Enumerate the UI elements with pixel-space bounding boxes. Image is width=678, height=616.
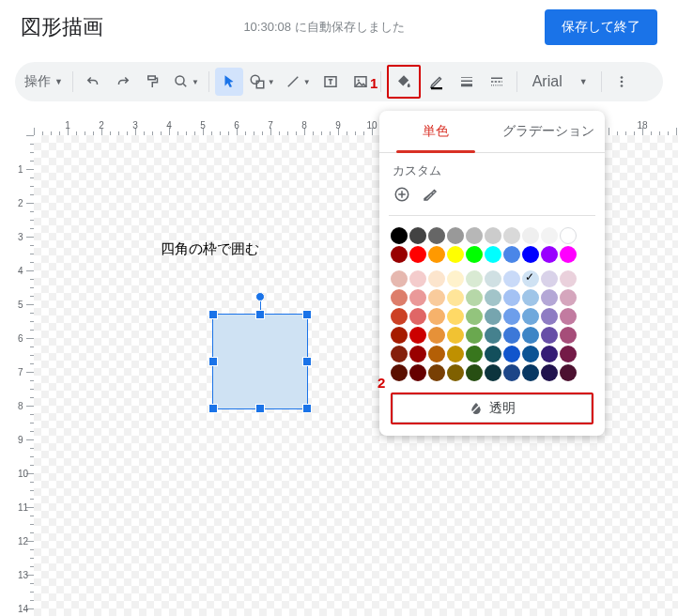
color-swatch[interactable] xyxy=(466,308,483,325)
color-swatch[interactable] xyxy=(503,308,520,325)
color-swatch[interactable] xyxy=(503,289,520,306)
color-swatch[interactable] xyxy=(522,227,539,244)
resize-handle[interactable] xyxy=(255,404,265,413)
color-swatch[interactable] xyxy=(447,246,464,263)
color-swatch[interactable] xyxy=(522,308,539,325)
color-swatch[interactable] xyxy=(466,246,483,263)
color-swatch[interactable] xyxy=(485,270,501,287)
shape-menu[interactable]: ▼ xyxy=(245,68,279,96)
border-dash-button[interactable] xyxy=(483,68,511,96)
color-swatch[interactable] xyxy=(447,227,464,244)
resize-handle[interactable] xyxy=(208,404,218,413)
color-swatch[interactable] xyxy=(560,289,577,306)
color-swatch[interactable] xyxy=(409,346,426,362)
save-and-close-button[interactable]: 保存して終了 xyxy=(545,9,657,45)
color-swatch[interactable] xyxy=(391,327,408,344)
color-swatch[interactable] xyxy=(447,308,464,325)
resize-handle[interactable] xyxy=(255,310,265,319)
zoom-menu[interactable]: ▼ xyxy=(169,68,203,96)
color-swatch[interactable] xyxy=(391,246,408,263)
resize-handle[interactable] xyxy=(208,357,218,366)
color-swatch[interactable] xyxy=(541,270,558,287)
color-swatch[interactable] xyxy=(428,289,445,306)
textbox-button[interactable] xyxy=(316,68,345,96)
color-swatch[interactable] xyxy=(522,346,539,362)
color-swatch[interactable] xyxy=(560,246,577,263)
color-swatch[interactable] xyxy=(560,308,577,325)
color-swatch[interactable] xyxy=(503,227,520,244)
color-swatch[interactable] xyxy=(428,227,445,244)
color-swatch[interactable] xyxy=(447,289,464,306)
color-swatch[interactable] xyxy=(447,270,464,287)
color-swatch[interactable] xyxy=(485,308,501,325)
color-swatch[interactable] xyxy=(409,246,426,263)
color-swatch[interactable] xyxy=(447,364,464,381)
color-swatch[interactable] xyxy=(428,364,445,381)
color-swatch[interactable] xyxy=(560,270,577,287)
color-swatch[interactable] xyxy=(522,327,539,344)
color-swatch[interactable] xyxy=(409,308,426,325)
more-button[interactable] xyxy=(608,68,636,96)
actions-menu[interactable]: 操作 ▼ xyxy=(21,68,67,96)
transparent-button[interactable]: 透明 xyxy=(393,394,592,423)
resize-handle[interactable] xyxy=(302,310,312,319)
color-swatch[interactable] xyxy=(466,346,483,362)
redo-button[interactable] xyxy=(109,68,137,96)
tab-solid[interactable]: 単色 xyxy=(379,111,492,152)
color-swatch[interactable] xyxy=(409,227,426,244)
color-swatch[interactable] xyxy=(522,246,539,263)
fill-color-button[interactable] xyxy=(390,68,418,96)
color-swatch[interactable] xyxy=(541,227,558,244)
undo-button[interactable] xyxy=(79,68,107,96)
color-swatch[interactable] xyxy=(560,364,577,381)
color-swatch[interactable] xyxy=(522,270,539,287)
color-swatch[interactable] xyxy=(409,364,426,381)
color-swatch[interactable] xyxy=(485,346,501,362)
resize-handle[interactable] xyxy=(302,357,312,366)
color-swatch[interactable] xyxy=(503,346,520,362)
color-swatch[interactable] xyxy=(409,327,426,344)
rotation-handle[interactable] xyxy=(255,292,265,301)
selected-shape[interactable] xyxy=(212,314,308,409)
select-tool[interactable] xyxy=(215,68,243,96)
color-swatch[interactable] xyxy=(447,327,464,344)
resize-handle[interactable] xyxy=(302,404,312,413)
color-swatch[interactable] xyxy=(522,289,539,306)
color-swatch[interactable] xyxy=(503,364,520,381)
color-swatch[interactable] xyxy=(409,289,426,306)
color-swatch[interactable] xyxy=(541,246,558,263)
color-swatch[interactable] xyxy=(391,270,408,287)
color-swatch[interactable] xyxy=(485,289,501,306)
color-swatch[interactable] xyxy=(541,289,558,306)
color-swatch[interactable] xyxy=(466,289,483,306)
color-swatch[interactable] xyxy=(466,364,483,381)
color-swatch[interactable] xyxy=(560,346,577,362)
color-swatch[interactable] xyxy=(503,270,520,287)
tab-gradient[interactable]: グラデーション xyxy=(492,111,605,152)
color-swatch[interactable] xyxy=(466,327,483,344)
color-swatch[interactable] xyxy=(560,227,577,244)
color-swatch[interactable] xyxy=(541,364,558,381)
color-swatch[interactable] xyxy=(391,227,408,244)
color-swatch[interactable] xyxy=(428,308,445,325)
color-swatch[interactable] xyxy=(522,364,539,381)
resize-handle[interactable] xyxy=(208,310,218,319)
color-swatch[interactable] xyxy=(428,270,445,287)
font-select[interactable]: Arial ▼ xyxy=(523,73,595,90)
color-swatch[interactable] xyxy=(485,246,501,263)
color-swatch[interactable] xyxy=(485,364,501,381)
eyedropper-button[interactable] xyxy=(421,185,439,204)
color-swatch[interactable] xyxy=(560,327,577,344)
border-color-button[interactable] xyxy=(423,68,451,96)
color-swatch[interactable] xyxy=(428,346,445,362)
paint-format-button[interactable] xyxy=(139,68,167,96)
color-swatch[interactable] xyxy=(391,289,408,306)
color-swatch[interactable] xyxy=(428,246,445,263)
color-swatch[interactable] xyxy=(447,346,464,362)
color-swatch[interactable] xyxy=(541,327,558,344)
color-swatch[interactable] xyxy=(503,246,520,263)
color-swatch[interactable] xyxy=(485,227,501,244)
color-swatch[interactable] xyxy=(391,364,408,381)
color-swatch[interactable] xyxy=(428,327,445,344)
color-swatch[interactable] xyxy=(466,270,483,287)
